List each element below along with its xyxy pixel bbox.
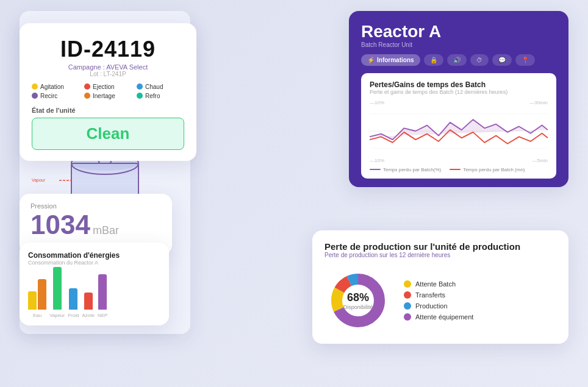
batch-chart-title: Pertes/Gains de temps des Batch: [370, 80, 548, 89]
bar-group-vapeur: Vapeur: [49, 267, 65, 318]
tag-refro: Refro: [137, 93, 184, 99]
legend-transferts: Transferts: [404, 291, 473, 299]
tag-dot-recirc: [32, 93, 38, 99]
chart-axes-bottom: —10% —5min: [370, 158, 548, 163]
production-card: Perte de production sur l'unité de produ…: [312, 230, 568, 344]
bar-nep: [98, 274, 107, 310]
bar-vapeur: [53, 267, 62, 310]
bar-label-froid: Froid: [68, 313, 79, 318]
legend-attente-equipement: Attente équipement: [404, 313, 473, 321]
energy-title: Consommation d'énergies: [28, 251, 160, 260]
tab-info-icon: ⚡: [367, 57, 375, 63]
bar-chart: Eau Vapeur Froid Azote: [28, 271, 160, 319]
reactor-a-title: Reactor A: [361, 22, 556, 41]
production-title: Perte de production sur l'unité de produ…: [324, 241, 556, 252]
tags-grid: Agitation Ejection Chaud Recirc Inertage…: [32, 83, 184, 99]
dot-transferts: [404, 291, 411, 299]
energy-card: Consommation d'énergies Consommation du …: [20, 243, 169, 325]
legend-line-mn: [450, 169, 461, 170]
tag-dot-agitation: [32, 83, 38, 90]
id-card: ID-24119 Campagne : AVEVA Select Lot : L…: [20, 23, 196, 161]
reactor-a-subtitle: Batch Reactor Unit: [361, 41, 556, 48]
pression-unit: mBar: [93, 224, 119, 237]
tag-dot-refro: [137, 93, 143, 99]
bar-group-eau: Eau: [28, 279, 46, 318]
production-legend: Attente Batch Transferts Production Atte…: [404, 280, 473, 321]
dot-attente-batch: [404, 280, 411, 288]
tag-dot-ejection: [84, 83, 90, 90]
tab-location[interactable]: 📍: [515, 54, 535, 66]
bar-group-froid: Froid: [68, 288, 79, 318]
production-content: 68% Disponibilité Attente Batch Transfer…: [324, 267, 556, 334]
chart-legend: Temps perdu par Batch(%) Temps perdu par…: [370, 167, 548, 172]
pression-label: Pression: [30, 202, 161, 210]
pression-value: 1034 mBar: [30, 210, 161, 240]
bar-group-nep: NEP: [98, 274, 107, 318]
tag-dot-inertage: [84, 93, 90, 99]
scene: ID-24119 Campagne : AVEVA Select Lot : L…: [20, 11, 568, 377]
bar-eau-2: [38, 279, 46, 310]
dot-attente-equipement: [404, 313, 411, 321]
chart-axes-top: —10% —30min: [370, 100, 548, 105]
tag-agitation: Agitation: [32, 83, 79, 90]
tag-chaud: Chaud: [137, 83, 184, 90]
clean-badge: Clean: [32, 118, 184, 150]
batch-chart-card: Pertes/Gains de temps des Batch Perte et…: [361, 73, 556, 179]
production-subtitle: Perte de production sur les 12 dernière …: [324, 252, 556, 258]
energy-subtitle: Consommation du Reactor A: [28, 260, 160, 266]
tab-lock[interactable]: 🔒: [424, 54, 443, 66]
tag-ejection: Ejection: [84, 83, 132, 90]
donut-percentage: 68%: [343, 291, 373, 304]
tab-sound[interactable]: 🔊: [447, 54, 467, 66]
donut-center: 68% Disponibilité: [343, 291, 373, 310]
donut-chart: 68% Disponibilité: [324, 267, 392, 334]
dot-production: [404, 302, 411, 310]
lot: Lot : LT-241P: [32, 71, 184, 77]
line-chart-area: [370, 107, 548, 155]
bar-azote: [84, 293, 93, 310]
tag-inertage: Inertage: [84, 93, 132, 99]
tab-timer[interactable]: ⏱: [470, 54, 489, 66]
legend-production: Production: [404, 302, 473, 310]
reactor-a-card: Reactor A Batch Reactor Unit ⚡ Informati…: [349, 11, 568, 187]
tag-recirc: Recirc: [32, 93, 79, 99]
batch-chart-subtitle: Perte et gains de temps des Batch (12 de…: [370, 89, 548, 95]
bar-froid: [69, 288, 77, 310]
bar-label-vapeur: Vapeur: [49, 313, 65, 318]
tab-chat[interactable]: 💬: [492, 54, 512, 66]
tab-informations[interactable]: ⚡ Informations: [361, 54, 420, 66]
bar-label-nep: NEP: [98, 313, 107, 318]
legend-item-pct: Temps perdu par Batch(%): [370, 167, 441, 172]
campaign: Campagne : AVEVA Select: [32, 63, 184, 71]
line-chart-svg: [370, 107, 548, 155]
legend-item-mn: Temps perdu par Batch (mn): [450, 167, 525, 172]
legend-attente-batch: Attente Batch: [404, 280, 473, 288]
bar-group-azote: Azote: [82, 293, 94, 318]
bar-eau-1: [28, 291, 37, 310]
tag-dot-chaud: [137, 83, 143, 90]
id-number: ID-24119: [32, 37, 184, 62]
bar-label-azote: Azote: [82, 313, 94, 318]
bar-label-eau: Eau: [33, 313, 41, 318]
donut-label: Disponibilité: [343, 304, 373, 310]
etat-label: État de l'unité: [32, 107, 184, 114]
reactor-a-tabs: ⚡ Informations 🔒 🔊 ⏱ 💬 📍: [361, 54, 556, 66]
svg-text:Vapour: Vapour: [32, 178, 46, 183]
legend-line-pct: [370, 169, 381, 170]
